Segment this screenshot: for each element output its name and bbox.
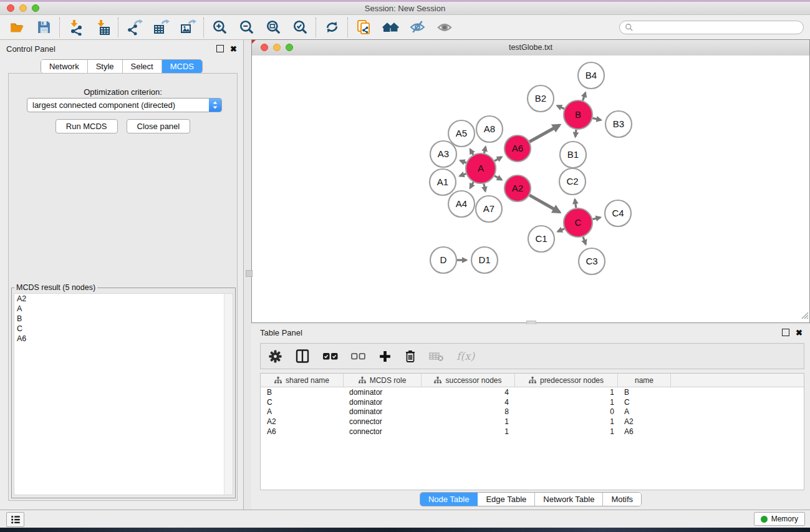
graph-node-C3[interactable]: C3 [579,248,605,274]
tab-motifs[interactable]: Motifs [603,493,641,506]
memory-button[interactable]: Memory [754,512,805,526]
graph-node-B2[interactable]: B2 [528,85,554,112]
table-cell[interactable]: A2 [618,417,671,426]
tab-node-table[interactable]: Node Table [420,493,478,506]
column-header-predecessor-nodes[interactable]: predecessor nodes [515,374,618,387]
float-table-panel-icon[interactable] [782,329,789,336]
zoom-in-icon[interactable] [206,16,233,39]
column-header-shared-name[interactable]: shared name [261,374,344,387]
network-graph[interactable]: B4B2BB3A5A8A6A3B1AA1C2A2A4A7C4CC1DD1C3 [252,56,809,322]
import-table-icon[interactable] [89,16,116,39]
tab-mcds[interactable]: MCDS [162,60,202,73]
export-network-icon[interactable] [121,16,148,39]
column-header-successor-nodes[interactable]: successor nodes [422,374,515,387]
panel-layout-icon[interactable] [295,349,310,364]
close-table-panel-icon[interactable]: ✖ [796,328,803,337]
table-row[interactable]: A6connector11A6 [261,427,804,437]
delete-table-icon[interactable] [429,351,444,362]
open-session-icon[interactable] [4,16,31,39]
table-cell[interactable]: 1 [515,417,618,426]
export-image-icon[interactable] [175,16,201,39]
table-cell[interactable]: dominator [344,398,422,407]
select-all-checks-icon[interactable] [322,351,339,361]
table-cell[interactable]: A6 [261,427,344,436]
graph-node-D[interactable]: D [430,247,456,273]
zoom-selected-icon[interactable] [287,16,314,39]
refresh-layout-icon[interactable] [319,16,345,39]
close-panel-button[interactable]: Close panel [127,119,191,133]
table-cell[interactable]: A [618,407,671,416]
close-panel-icon[interactable]: ✖ [230,44,237,54]
table-cell[interactable]: A6 [618,427,671,436]
result-item[interactable]: A2 [14,294,233,304]
column-header-MCDS-role[interactable]: MCDS role [344,374,422,387]
table-cell[interactable]: 1 [515,427,618,436]
function-builder-icon[interactable]: f(x) [456,350,475,362]
zoom-fit-icon[interactable] [260,16,287,39]
result-item[interactable]: C [14,324,233,334]
zoom-out-icon[interactable] [233,16,260,39]
network-canvas[interactable]: B4B2BB3A5A8A6A3B1AA1C2A2A4A7C4CC1DD1C3 [252,56,809,322]
optimization-criterion-dropdown[interactable]: largest connected component (directed) [27,98,222,112]
delete-column-icon[interactable] [404,349,417,363]
tab-edge-table[interactable]: Edge Table [478,493,535,506]
table-cell[interactable]: 0 [515,407,618,416]
graph-node-A1[interactable]: A1 [430,169,456,195]
table-cell[interactable]: A [261,407,344,416]
table-row[interactable]: Bdominator41B [261,387,804,397]
hide-glass-icon[interactable] [404,16,431,39]
graph-node-D1[interactable]: D1 [471,247,498,273]
network-window-titlebar[interactable]: testGlobe.txt [252,40,809,56]
table-cell[interactable]: A2 [261,417,344,426]
graph-node-A7[interactable]: A7 [476,196,502,222]
add-column-icon[interactable] [378,350,392,363]
table-cell[interactable]: connector [344,417,422,426]
node-table[interactable]: shared nameMCDS rolesuccessor nodesprede… [260,373,804,490]
result-scrollbar[interactable] [224,294,233,495]
graph-node-B3[interactable]: B3 [605,111,632,137]
table-cell[interactable]: 8 [422,407,515,416]
table-row[interactable]: Cdominator41C [261,397,804,407]
resize-grip[interactable] [801,311,809,322]
column-header-name[interactable]: name [618,374,671,387]
table-cell[interactable]: dominator [344,407,422,416]
tab-network-table[interactable]: Network Table [535,493,603,506]
table-cell[interactable]: 1 [422,417,515,426]
save-session-icon[interactable] [31,16,57,39]
table-settings-icon[interactable] [268,349,282,364]
result-item[interactable]: A6 [14,334,233,344]
table-cell[interactable]: 4 [422,398,515,407]
table-cell[interactable]: 1 [515,388,618,397]
table-cell[interactable]: 4 [422,388,515,397]
graph-node-A4[interactable]: A4 [448,191,475,217]
graph-node-A[interactable]: A [466,153,496,183]
result-item[interactable]: A [14,304,233,314]
import-network-icon[interactable] [62,16,89,39]
graph-node-B[interactable]: B [564,100,592,129]
table-cell[interactable]: 1 [515,398,618,407]
mcds-result-list[interactable]: A2ABCA6 [14,293,233,495]
table-cell[interactable]: B [618,388,671,397]
table-cell[interactable]: dominator [344,388,422,397]
float-panel-icon[interactable] [216,45,224,52]
table-cell[interactable]: connector [344,427,422,436]
graph-node-A6[interactable]: A6 [504,135,531,162]
graph-node-C1[interactable]: C1 [528,226,554,252]
ndex-home-icon[interactable] [377,16,404,39]
table-cell[interactable]: 1 [422,427,515,436]
graph-node-A5[interactable]: A5 [448,120,475,147]
graph-node-C2[interactable]: C2 [559,168,586,195]
export-table-icon[interactable] [148,16,175,39]
table-cell[interactable]: B [261,388,344,397]
deselect-all-checks-icon[interactable] [351,351,366,361]
graph-node-A2[interactable]: A2 [504,175,531,201]
graph-node-B1[interactable]: B1 [560,142,586,168]
search-input[interactable] [634,22,803,32]
show-glass-icon[interactable] [431,16,458,39]
run-mcds-button[interactable]: Run MCDS [55,119,118,133]
result-item[interactable]: B [14,314,233,324]
graph-node-A8[interactable]: A8 [476,116,503,142]
table-row[interactable]: A2connector11A2 [261,417,804,427]
tab-network[interactable]: Network [41,60,88,73]
table-row[interactable]: Adominator80A [261,407,804,417]
